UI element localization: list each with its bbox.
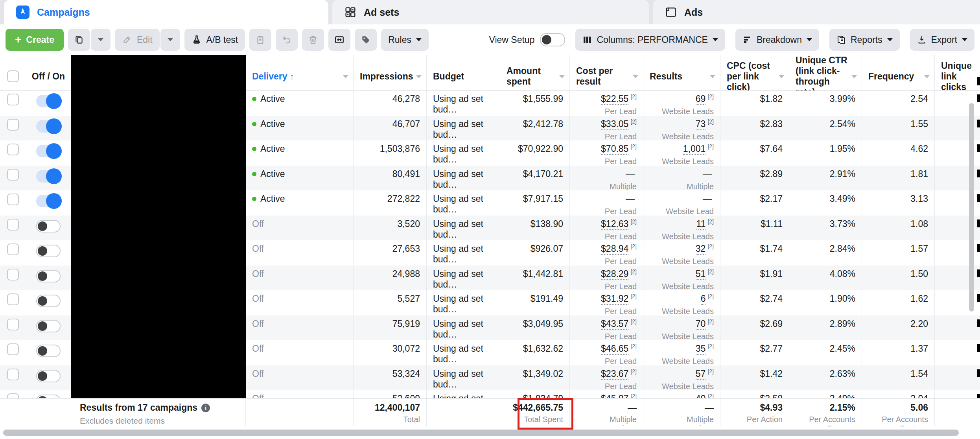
reports-icon xyxy=(836,35,846,44)
chevron-down-icon xyxy=(807,38,812,41)
results-link[interactable]: 57 xyxy=(696,369,706,380)
amount-spent-cell: $7,917.15 xyxy=(500,190,570,216)
cost-per-result-link[interactable]: $45.87 xyxy=(601,393,628,398)
view-setup-toggle[interactable] xyxy=(540,33,565,46)
breakdown-button[interactable]: Breakdown xyxy=(735,29,819,51)
paste-button[interactable] xyxy=(249,29,271,51)
amount-spent-cell: $2,412.78 xyxy=(500,116,570,141)
row-checkbox[interactable] xyxy=(7,319,19,330)
row-checkbox[interactable] xyxy=(7,119,19,131)
row-toggle-cell xyxy=(26,365,71,391)
select-all-checkbox[interactable] xyxy=(7,70,19,82)
tab-ad-sets[interactable]: Ad sets xyxy=(332,0,649,24)
cost-per-result-link[interactable]: — xyxy=(626,169,635,179)
campaign-off-on-toggle[interactable] xyxy=(36,170,61,183)
row-checkbox[interactable] xyxy=(7,94,19,105)
ab-test-button[interactable]: A/B test xyxy=(184,29,245,51)
campaign-off-on-toggle[interactable] xyxy=(36,270,61,282)
cost-per-result-link[interactable]: $12.63 xyxy=(601,219,628,230)
campaign-off-on-toggle[interactable] xyxy=(36,220,61,232)
export-button[interactable]: Export xyxy=(910,29,974,51)
results-link[interactable]: 40 xyxy=(696,393,706,398)
campaign-off-on-toggle[interactable] xyxy=(36,120,61,133)
reports-button[interactable]: Reports xyxy=(829,29,900,51)
impressions-cell: 30,072 xyxy=(354,340,427,365)
cost-per-result-link[interactable]: $33.05 xyxy=(601,119,628,130)
row-checkbox[interactable] xyxy=(7,343,19,355)
cost-per-result-sublabel: Per Lead xyxy=(605,382,637,391)
row-checkbox[interactable] xyxy=(7,243,19,255)
cost-per-result-link[interactable]: $70.85 xyxy=(601,144,628,155)
row-checkbox[interactable] xyxy=(7,144,19,155)
rules-button[interactable]: Rules xyxy=(381,29,429,51)
unique-ctr-cell: 1.90% xyxy=(789,290,862,315)
vertical-scrollbar-thumb[interactable] xyxy=(969,103,974,312)
footnote-ref: [2] xyxy=(630,218,637,225)
campaign-off-on-toggle[interactable] xyxy=(36,370,61,382)
create-button[interactable]: + Create xyxy=(6,29,64,51)
filter-caret-icon[interactable] xyxy=(779,75,784,78)
campaign-off-on-toggle[interactable] xyxy=(36,245,61,257)
filter-caret-icon[interactable] xyxy=(416,75,422,78)
cost-per-result-link[interactable]: $31.92 xyxy=(601,293,628,305)
campaign-off-on-toggle[interactable] xyxy=(36,95,61,107)
results-link[interactable]: 6 xyxy=(701,293,706,305)
filter-caret-icon[interactable] xyxy=(559,75,565,78)
duplicate-dropdown-button[interactable] xyxy=(91,29,111,51)
results-link[interactable]: — xyxy=(703,194,712,204)
tab-ads[interactable]: Ads xyxy=(653,0,980,24)
edit-button[interactable]: Edit xyxy=(115,29,160,51)
cost-per-result-link[interactable]: $43.57 xyxy=(601,319,628,330)
info-icon[interactable]: i xyxy=(201,404,210,412)
filter-caret-icon[interactable] xyxy=(710,75,715,78)
results-link[interactable]: 51 xyxy=(696,269,706,280)
campaign-off-on-toggle[interactable] xyxy=(36,395,61,398)
row-checkbox[interactable] xyxy=(7,293,19,305)
row-checkbox[interactable] xyxy=(7,169,19,181)
toggle-knob xyxy=(46,168,62,184)
results-link[interactable]: 70 xyxy=(696,319,706,330)
results-link[interactable]: 11 xyxy=(696,219,706,230)
filter-caret-icon[interactable] xyxy=(851,75,857,78)
cost-per-result-link[interactable]: $22.55 xyxy=(601,94,628,105)
edit-dropdown-button[interactable] xyxy=(160,29,180,51)
delete-button[interactable] xyxy=(302,29,324,51)
row-checkbox[interactable] xyxy=(7,369,19,380)
duplicate-button[interactable] xyxy=(68,29,90,51)
results-link[interactable]: 35 xyxy=(696,343,706,355)
horizontal-scrollbar-thumb[interactable] xyxy=(3,430,959,436)
cost-per-result-link[interactable]: — xyxy=(626,194,635,204)
results-link[interactable]: 73 xyxy=(696,119,706,130)
cost-per-result-link[interactable]: $28.94 xyxy=(601,243,628,255)
row-checkbox[interactable] xyxy=(7,194,19,205)
results-link[interactable]: 69 xyxy=(696,94,706,105)
campaign-off-on-toggle[interactable] xyxy=(36,345,61,357)
campaign-off-on-toggle[interactable] xyxy=(36,295,61,307)
campaign-off-on-toggle[interactable] xyxy=(36,145,61,157)
filter-caret-icon[interactable] xyxy=(633,75,638,78)
results-link[interactable]: 32 xyxy=(696,243,706,255)
tab-campaigns[interactable]: Campaigns xyxy=(4,0,328,24)
impressions-cell: 52,609 xyxy=(354,390,427,398)
row-checkbox[interactable] xyxy=(7,269,19,280)
campaign-off-on-toggle[interactable] xyxy=(36,195,61,207)
filter-caret-icon[interactable] xyxy=(924,75,930,78)
undo-button[interactable] xyxy=(276,29,298,51)
results-link[interactable]: — xyxy=(703,169,712,179)
tag-button[interactable] xyxy=(355,29,377,51)
toggle-knob xyxy=(38,296,47,306)
cost-per-result-link[interactable]: $23.67 xyxy=(601,369,628,380)
campaign-off-on-toggle[interactable] xyxy=(36,320,61,332)
reports-button-label: Reports xyxy=(851,35,882,45)
cost-per-result-link[interactable]: $46.65 xyxy=(601,343,628,355)
preview-button[interactable] xyxy=(328,29,350,51)
frequency-cell: 4.62 xyxy=(862,140,935,166)
row-checkbox[interactable] xyxy=(7,393,19,398)
budget-cell: Using ad set bud… xyxy=(427,315,500,341)
columns-button[interactable]: Columns: PERFORMANCE xyxy=(575,29,725,51)
filter-caret-icon[interactable] xyxy=(343,75,348,78)
unique-ctr-cell: 1.95% xyxy=(789,140,862,166)
results-link[interactable]: 1,001 xyxy=(683,144,706,155)
row-checkbox[interactable] xyxy=(7,219,19,231)
cost-per-result-link[interactable]: $28.29 xyxy=(601,269,628,280)
